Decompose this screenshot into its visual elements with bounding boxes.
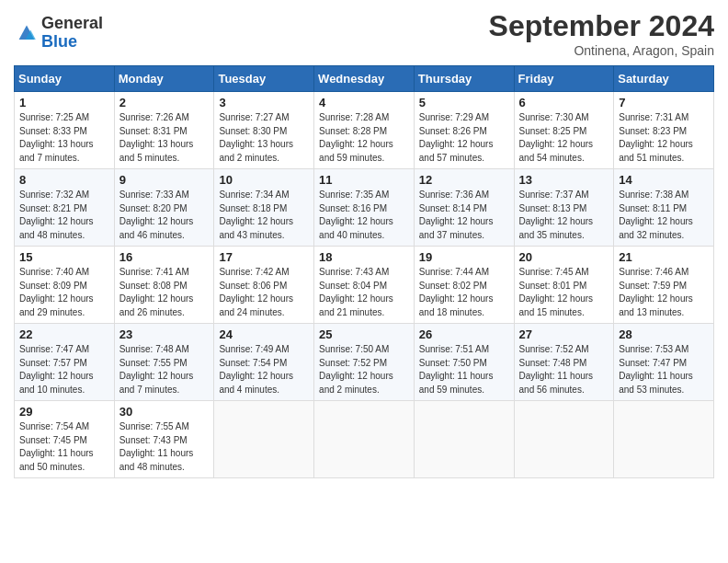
day-info: Sunrise: 7:47 AM Sunset: 7:57 PM Dayligh…	[19, 343, 109, 396]
logo-text: General Blue	[41, 15, 103, 52]
day-number: 26	[419, 327, 509, 341]
calendar-cell: 17Sunrise: 7:42 AM Sunset: 8:06 PM Dayli…	[214, 247, 314, 324]
header: General Blue September 2024 Ontinena, Ar…	[14, 9, 714, 58]
day-info: Sunrise: 7:43 AM Sunset: 8:04 PM Dayligh…	[319, 266, 409, 319]
day-info: Sunrise: 7:38 AM Sunset: 8:11 PM Dayligh…	[619, 189, 709, 242]
day-number: 2	[119, 96, 210, 109]
month-title: September 2024	[489, 9, 714, 43]
day-info: Sunrise: 7:26 AM Sunset: 8:31 PM Dayligh…	[119, 111, 210, 165]
day-info: Sunrise: 7:40 AM Sunset: 8:09 PM Dayligh…	[19, 266, 109, 319]
day-number: 5	[419, 96, 509, 109]
calendar-cell: 28Sunrise: 7:53 AM Sunset: 7:47 PM Dayli…	[614, 324, 714, 401]
weekday-header-sunday: Sunday	[15, 66, 115, 92]
day-info: Sunrise: 7:36 AM Sunset: 8:14 PM Dayligh…	[419, 189, 509, 242]
day-info: Sunrise: 7:41 AM Sunset: 8:08 PM Dayligh…	[119, 266, 210, 319]
day-number: 27	[519, 327, 609, 341]
day-number: 12	[419, 173, 509, 187]
day-number: 24	[219, 327, 309, 341]
calendar-cell: 20Sunrise: 7:45 AM Sunset: 8:01 PM Dayli…	[514, 247, 614, 324]
calendar-cell: 1Sunrise: 7:25 AM Sunset: 8:33 PM Daylig…	[15, 92, 115, 169]
day-info: Sunrise: 7:52 AM Sunset: 7:48 PM Dayligh…	[519, 343, 609, 396]
logo-icon	[14, 20, 40, 46]
calendar-cell: 3Sunrise: 7:27 AM Sunset: 8:30 PM Daylig…	[214, 92, 314, 169]
day-info: Sunrise: 7:33 AM Sunset: 8:20 PM Dayligh…	[119, 189, 210, 242]
day-number: 10	[219, 173, 309, 187]
day-info: Sunrise: 7:30 AM Sunset: 8:25 PM Dayligh…	[519, 111, 609, 165]
calendar-week-row: 29Sunrise: 7:54 AM Sunset: 7:45 PM Dayli…	[15, 401, 714, 478]
day-number: 28	[619, 327, 709, 341]
calendar-cell: 30Sunrise: 7:55 AM Sunset: 7:43 PM Dayli…	[114, 401, 214, 478]
day-info: Sunrise: 7:31 AM Sunset: 8:23 PM Dayligh…	[619, 111, 709, 165]
calendar-cell: 24Sunrise: 7:49 AM Sunset: 7:54 PM Dayli…	[214, 324, 314, 401]
calendar-cell: 16Sunrise: 7:41 AM Sunset: 8:08 PM Dayli…	[114, 247, 214, 324]
weekday-header-monday: Monday	[114, 66, 214, 92]
day-number: 11	[319, 173, 409, 187]
day-number: 21	[619, 250, 709, 264]
calendar-cell: 9Sunrise: 7:33 AM Sunset: 8:20 PM Daylig…	[114, 169, 214, 247]
calendar-cell: 21Sunrise: 7:46 AM Sunset: 7:59 PM Dayli…	[614, 247, 714, 324]
day-info: Sunrise: 7:48 AM Sunset: 7:55 PM Dayligh…	[119, 343, 210, 396]
calendar-week-row: 22Sunrise: 7:47 AM Sunset: 7:57 PM Dayli…	[15, 324, 714, 401]
calendar-week-row: 15Sunrise: 7:40 AM Sunset: 8:09 PM Dayli…	[15, 247, 714, 324]
day-info: Sunrise: 7:50 AM Sunset: 7:52 PM Dayligh…	[319, 343, 409, 396]
calendar-cell: 10Sunrise: 7:34 AM Sunset: 8:18 PM Dayli…	[214, 169, 314, 247]
day-number: 8	[19, 173, 109, 187]
day-number: 20	[519, 250, 609, 264]
calendar-cell: 13Sunrise: 7:37 AM Sunset: 8:13 PM Dayli…	[514, 169, 614, 247]
day-number: 22	[19, 327, 109, 341]
day-info: Sunrise: 7:46 AM Sunset: 7:59 PM Dayligh…	[619, 266, 709, 319]
calendar-cell: 2Sunrise: 7:26 AM Sunset: 8:31 PM Daylig…	[114, 92, 214, 169]
day-info: Sunrise: 7:35 AM Sunset: 8:16 PM Dayligh…	[319, 189, 409, 242]
day-number: 7	[619, 96, 709, 109]
calendar-cell: 5Sunrise: 7:29 AM Sunset: 8:26 PM Daylig…	[414, 92, 514, 169]
calendar-week-row: 1Sunrise: 7:25 AM Sunset: 8:33 PM Daylig…	[15, 92, 714, 169]
logo-general-label: General	[41, 15, 103, 33]
title-block: September 2024 Ontinena, Aragon, Spain	[489, 9, 714, 58]
day-info: Sunrise: 7:28 AM Sunset: 8:28 PM Dayligh…	[319, 111, 409, 165]
calendar-cell	[614, 401, 714, 478]
weekday-header-friday: Friday	[514, 66, 614, 92]
calendar-cell: 11Sunrise: 7:35 AM Sunset: 8:16 PM Dayli…	[314, 169, 415, 247]
calendar-cell: 29Sunrise: 7:54 AM Sunset: 7:45 PM Dayli…	[15, 401, 115, 478]
calendar-cell: 4Sunrise: 7:28 AM Sunset: 8:28 PM Daylig…	[314, 92, 415, 169]
weekday-header-thursday: Thursday	[414, 66, 514, 92]
calendar-cell: 25Sunrise: 7:50 AM Sunset: 7:52 PM Dayli…	[314, 324, 415, 401]
day-info: Sunrise: 7:45 AM Sunset: 8:01 PM Dayligh…	[519, 266, 609, 319]
calendar-cell	[314, 401, 415, 478]
calendar-cell: 6Sunrise: 7:30 AM Sunset: 8:25 PM Daylig…	[514, 92, 614, 169]
logo: General Blue	[14, 15, 103, 52]
day-number: 1	[19, 96, 109, 109]
day-number: 18	[319, 250, 409, 264]
page: General Blue September 2024 Ontinena, Ar…	[0, 0, 728, 563]
weekday-header-tuesday: Tuesday	[214, 66, 314, 92]
calendar-table: SundayMondayTuesdayWednesdayThursdayFrid…	[14, 65, 714, 478]
day-info: Sunrise: 7:44 AM Sunset: 8:02 PM Dayligh…	[419, 266, 509, 319]
calendar-cell: 22Sunrise: 7:47 AM Sunset: 7:57 PM Dayli…	[15, 324, 115, 401]
calendar-cell: 26Sunrise: 7:51 AM Sunset: 7:50 PM Dayli…	[414, 324, 514, 401]
day-number: 4	[319, 96, 409, 109]
calendar-week-row: 8Sunrise: 7:32 AM Sunset: 8:21 PM Daylig…	[15, 169, 714, 247]
calendar-cell	[214, 401, 314, 478]
day-number: 30	[119, 405, 210, 419]
calendar-cell	[514, 401, 614, 478]
day-info: Sunrise: 7:29 AM Sunset: 8:26 PM Dayligh…	[419, 111, 509, 165]
calendar-cell: 15Sunrise: 7:40 AM Sunset: 8:09 PM Dayli…	[15, 247, 115, 324]
calendar-cell: 7Sunrise: 7:31 AM Sunset: 8:23 PM Daylig…	[614, 92, 714, 169]
calendar-cell	[414, 401, 514, 478]
day-info: Sunrise: 7:54 AM Sunset: 7:45 PM Dayligh…	[19, 420, 109, 474]
day-number: 25	[319, 327, 409, 341]
logo-blue-label: Blue	[41, 33, 103, 52]
day-number: 29	[19, 405, 109, 419]
day-number: 19	[419, 250, 509, 264]
calendar-cell: 19Sunrise: 7:44 AM Sunset: 8:02 PM Dayli…	[414, 247, 514, 324]
day-info: Sunrise: 7:27 AM Sunset: 8:30 PM Dayligh…	[219, 111, 309, 165]
day-info: Sunrise: 7:25 AM Sunset: 8:33 PM Dayligh…	[19, 111, 109, 165]
day-number: 6	[519, 96, 609, 109]
weekday-header-row: SundayMondayTuesdayWednesdayThursdayFrid…	[15, 66, 714, 92]
calendar-cell: 12Sunrise: 7:36 AM Sunset: 8:14 PM Dayli…	[414, 169, 514, 247]
day-number: 17	[219, 250, 309, 264]
day-number: 13	[519, 173, 609, 187]
calendar-cell: 18Sunrise: 7:43 AM Sunset: 8:04 PM Dayli…	[314, 247, 415, 324]
day-info: Sunrise: 7:42 AM Sunset: 8:06 PM Dayligh…	[219, 266, 309, 319]
day-number: 3	[219, 96, 309, 109]
